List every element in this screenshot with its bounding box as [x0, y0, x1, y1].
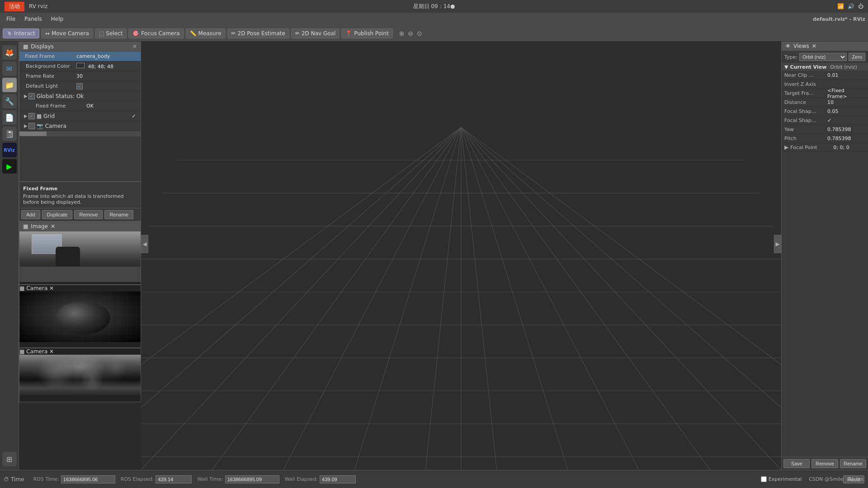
- fit-view-button[interactable]: ⊙: [417, 30, 422, 37]
- default-light-checkbox[interactable]: ✓: [76, 83, 83, 89]
- measure-button[interactable]: 📏 Measure: [186, 28, 226, 38]
- camera-checkbox[interactable]: [28, 123, 35, 129]
- camera-content: ▶ 📷 Camera: [22, 123, 138, 129]
- docs-icon[interactable]: 📄: [2, 110, 17, 125]
- toolbar: 🖱 Interact ↔ Move Camera ⬚ Select 🎯 Focu…: [0, 25, 868, 42]
- zero-button[interactable]: Zero: [849, 53, 865, 61]
- activities-button[interactable]: 活动: [5, 2, 24, 11]
- select-button[interactable]: ⬚ Select: [95, 28, 127, 38]
- views-panel-header: 👁 Views ✕: [782, 42, 868, 51]
- svg-line-14: [283, 127, 461, 470]
- target-frame-row: Target Fra… <Fixed Frame>: [782, 89, 868, 98]
- views-close-button[interactable]: ✕: [812, 43, 816, 49]
- time-label: Time: [11, 476, 24, 483]
- left-collapse-button[interactable]: ◀: [141, 235, 148, 253]
- remove-button[interactable]: Remove: [74, 210, 103, 219]
- focus-camera-button[interactable]: 🎯 Focus Camera: [128, 28, 184, 38]
- wall-time-section: Wall Time:: [197, 475, 279, 483]
- help-menu[interactable]: Help: [47, 15, 67, 23]
- camera-panel-2-close[interactable]: ✕: [49, 348, 54, 355]
- nav-goal-button[interactable]: ✏ 2D Nav Goal: [291, 28, 340, 38]
- ros-time-label: ROS Time:: [33, 476, 59, 482]
- image-panel-close[interactable]: ✕: [51, 223, 55, 230]
- firefox-icon[interactable]: 🦊: [2, 45, 17, 60]
- camera-panel-2-icon: ▦: [19, 348, 24, 355]
- rviz-icon[interactable]: RViz: [2, 143, 17, 157]
- global-status-checkbox[interactable]: ✓: [28, 93, 35, 99]
- nav-goal-icon: ✏: [295, 30, 300, 37]
- wall-time-input[interactable]: [225, 475, 279, 483]
- fixed-frame-info-desc: Frame into which all data is transformed…: [23, 193, 137, 205]
- focal-shape-2-value: ✓: [827, 117, 865, 123]
- background-color-swatch: [76, 63, 85, 68]
- frame-rate-row[interactable]: Frame Rate 30: [19, 71, 141, 81]
- files-icon[interactable]: 📁: [2, 78, 17, 92]
- add-button[interactable]: Add: [21, 210, 40, 219]
- svg-line-19: [461, 127, 568, 470]
- fixed-frame-row[interactable]: Fixed Frame camera_body: [19, 52, 141, 61]
- fixed-frame-info: Fixed Frame Frame into which all data is…: [19, 182, 141, 209]
- panels-menu[interactable]: Panels: [21, 15, 46, 23]
- interact-button[interactable]: 🖱 Interact: [3, 28, 39, 38]
- invert-z-label: Invert Z Axis: [784, 81, 827, 87]
- zoom-out-button[interactable]: ⊖: [408, 30, 413, 37]
- experimental-checkbox[interactable]: [761, 476, 767, 482]
- default-light-row[interactable]: Default Light ✓: [19, 81, 141, 91]
- volume-icon: 🔊: [848, 3, 854, 9]
- move-camera-button[interactable]: ↔ Move Camera: [41, 28, 93, 38]
- email-icon[interactable]: ✉: [2, 61, 17, 76]
- ros-elapsed-input[interactable]: [156, 475, 192, 483]
- grid-svg: .grid-line { stroke: #555; stroke-width:…: [141, 42, 781, 470]
- views-rename-button[interactable]: Rename: [840, 459, 866, 468]
- background-color-row[interactable]: Background Color 48; 48; 48: [19, 61, 141, 71]
- image-display: [19, 231, 141, 282]
- notepad-icon[interactable]: 📓: [2, 127, 17, 141]
- views-type-select[interactable]: Orbit (rviz): [799, 53, 847, 61]
- interact-icon: 🖱: [7, 30, 12, 37]
- ros-elapsed-label: ROS Elapsed:: [121, 476, 154, 482]
- software-icon[interactable]: 🔧: [2, 94, 17, 108]
- target-frame-value: <Fixed Frame>: [827, 88, 865, 99]
- yaw-label: Yaw: [784, 127, 827, 132]
- wall-elapsed-input[interactable]: [320, 475, 356, 483]
- fixed-frame-ok-value: OK: [86, 103, 138, 109]
- publish-point-button[interactable]: 📍 Publish Point: [341, 28, 392, 38]
- fixed-frame-info-title: Fixed Frame: [23, 186, 137, 192]
- fixed-frame-ok-row[interactable]: Fixed Frame OK: [19, 101, 141, 111]
- duplicate-button[interactable]: Duplicate: [42, 210, 73, 219]
- ros-time-input[interactable]: [61, 475, 115, 483]
- displays-close-button[interactable]: ✕: [132, 43, 137, 50]
- camera-panel-1-close[interactable]: ✕: [49, 285, 54, 291]
- rename-button[interactable]: Rename: [104, 210, 133, 219]
- yaw-row: Yaw 0.785398: [782, 125, 868, 134]
- camera-panel-2-title: Camera: [26, 348, 47, 355]
- left-sidebar: 🦊 ✉ 📁 🔧 📄 📓 RViz ▶ ⊞: [0, 42, 19, 470]
- camera-panel-1-title: Camera: [26, 285, 47, 291]
- camera-row[interactable]: ▶ 📷 Camera: [19, 121, 141, 131]
- grid-label: Grid: [43, 113, 55, 119]
- background-color-label: Background Color: [22, 63, 76, 69]
- pose-estimate-button[interactable]: ✏ 2D Pose Estimate: [227, 28, 289, 38]
- wall-elapsed-label: Wall Elapsed:: [285, 476, 318, 482]
- system-tray: 📶 🔊 ⏻: [837, 3, 863, 9]
- wall-time-label: Wall Time:: [197, 476, 223, 482]
- right-collapse-button[interactable]: ▶: [774, 235, 781, 253]
- displays-scroll-thumb[interactable]: [19, 131, 47, 136]
- distance-row: Distance 10: [782, 98, 868, 107]
- zoom-in-button[interactable]: ⊕: [399, 30, 405, 37]
- grid-checkbox[interactable]: ✓: [28, 113, 35, 119]
- yaw-value: 0.785398: [827, 127, 865, 132]
- views-save-button[interactable]: Save: [783, 459, 810, 468]
- grid-row[interactable]: ▶ ✓ ▦ Grid ✓: [19, 111, 141, 121]
- distance-label: Distance: [784, 99, 827, 105]
- terminal-icon[interactable]: ▶: [2, 159, 17, 174]
- views-remove-button[interactable]: Remove: [811, 459, 838, 468]
- select-icon: ⬚: [99, 30, 104, 37]
- svg-line-21: [461, 127, 710, 470]
- views-type-label: Type:: [784, 54, 797, 60]
- main-viewport[interactable]: .grid-line { stroke: #555; stroke-width:…: [141, 42, 781, 470]
- apps-icon[interactable]: ⊞: [2, 452, 17, 466]
- file-menu[interactable]: File: [3, 15, 19, 23]
- displays-scrollbar[interactable]: [19, 131, 141, 136]
- camera-panel-2: ▦ Camera ✕: [19, 348, 141, 402]
